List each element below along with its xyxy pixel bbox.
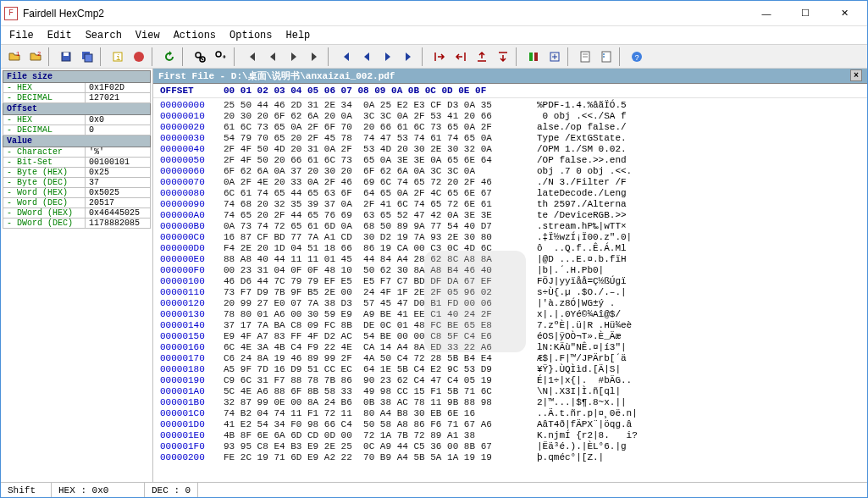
prop-value: 0x25	[86, 168, 151, 178]
nav-prev-button[interactable]	[263, 47, 283, 66]
file-header: First File - D:\桌面\说明书\anxaizai_002.pdf	[158, 69, 395, 82]
prop-label: - DWord (HEX)	[3, 208, 86, 219]
nav-first-button[interactable]	[241, 47, 262, 66]
svg-rect-13	[529, 53, 533, 61]
hex-row[interactable]: 000001606C 4E 3A 4B C4 F9 22 4E CA 14 A4…	[160, 342, 860, 353]
bookmark-set-button[interactable]	[523, 47, 544, 66]
prop-label: - DECIMAL	[3, 93, 86, 103]
list-button[interactable]	[596, 47, 616, 66]
hex-row[interactable]: 0000012020 99 27 E0 07 7A 38 D3 57 45 47…	[160, 298, 860, 309]
maximize-button[interactable]: ☐	[786, 2, 825, 25]
hex-row[interactable]: 0000013078 80 01 A6 00 30 59 E9 A9 BE 41…	[160, 309, 860, 320]
find-button[interactable]	[190, 47, 210, 66]
section-header: Offset	[3, 103, 151, 115]
hex-row[interactable]: 000000806C 61 74 65 44 65 63 6F 64 65 0A…	[160, 188, 860, 199]
hex-row[interactable]: 00000190C9 6C 31 F7 88 78 7B 86 90 23 62…	[160, 375, 860, 386]
hex-row[interactable]: 00000170C6 24 8A 19 46 89 99 2F 4A 50 C4…	[160, 353, 860, 364]
hex-row[interactable]: 00000180A5 9F 7D 16 D9 51 CC EC 64 1E 5B…	[160, 364, 860, 375]
hex-row[interactable]: 000001D041 E2 54 34 F0 98 66 C4 50 58 A8…	[160, 419, 860, 430]
prop-label: - DWord (DEC)	[3, 219, 86, 229]
hex-row[interactable]: 00000150E9 4F A7 83 FF 4F D2 AC 54 BE 00…	[160, 331, 860, 342]
svg-text:?: ?	[635, 54, 639, 63]
hex-row[interactable]: 0000003054 79 70 65 20 2F 45 78 74 47 53…	[160, 133, 860, 144]
hex-row[interactable]: 000000502F 4F 50 20 66 61 6C 73 65 0A 3E…	[160, 155, 860, 166]
save-button[interactable]	[56, 47, 76, 66]
sync-next-button[interactable]	[451, 47, 471, 66]
hex-row[interactable]: 000001A05C 4E A6 88 6F 8B 58 33 49 98 CC…	[160, 386, 860, 397]
menubar: FileEditSearchViewActionsOptionsHelp	[1, 26, 867, 45]
hex-row[interactable]: 000000B00A 73 74 72 65 61 6D 0A 68 50 89…	[160, 221, 860, 232]
hex-row[interactable]: 00000200FE 2C 19 71 6D E9 A2 22 70 B9 A4…	[160, 452, 860, 463]
menu-view[interactable]: View	[129, 30, 167, 42]
svg-rect-3	[64, 53, 69, 56]
sidebar: File size- HEX0x1F02D- DECIMAL127021Offs…	[1, 69, 153, 482]
info-button[interactable]: i	[108, 47, 128, 66]
hex-row[interactable]: 000000F000 23 31 04 0F 0F 48 10 50 62 30…	[160, 265, 860, 276]
close-button[interactable]: ✕	[825, 2, 864, 25]
statusbar: Shift HEX : 0x0 DEC : 0	[1, 482, 867, 497]
svg-text:1: 1	[16, 51, 19, 58]
file-close-button[interactable]: ×	[850, 69, 862, 81]
menu-search[interactable]: Search	[79, 30, 129, 42]
svg-point-20	[603, 53, 605, 55]
hex-row[interactable]: 000000606F 62 6A 0A 37 20 30 20 6F 62 6A…	[160, 166, 860, 177]
ins-last-button[interactable]	[399, 47, 419, 66]
open-file2-button[interactable]: 2	[25, 47, 46, 66]
minimize-button[interactable]: —	[747, 2, 786, 25]
nav-next-button[interactable]	[284, 47, 304, 66]
save-all-button[interactable]	[77, 47, 97, 66]
ins-next-button[interactable]	[378, 47, 398, 66]
hex-row[interactable]: 0000002061 6C 73 65 0A 2F 6F 70 20 66 61…	[160, 122, 860, 133]
prop-label: - Word (DEC)	[3, 198, 86, 208]
hex-header: OFFSET 00 01 02 03 04 05 06 07 08 09 0A …	[153, 84, 867, 98]
hex-row[interactable]: 000000402F 4F 50 4D 20 31 0A 2F 53 4D 20…	[160, 144, 860, 155]
ins-prev-button[interactable]	[357, 47, 377, 66]
find-next-button[interactable]	[211, 47, 231, 66]
menu-options[interactable]: Options	[223, 30, 279, 42]
menu-file[interactable]: File	[3, 30, 41, 42]
menu-actions[interactable]: Actions	[167, 30, 223, 42]
hex-row[interactable]: 0000010046 D6 44 7C 79 79 EF E5 E5 F7 C7…	[160, 276, 860, 287]
hex-row[interactable]: 0000014037 17 7A BA C8 09 FC 8B DE 0C 01…	[160, 320, 860, 331]
hex-body[interactable]: 0000000025 50 44 46 2D 31 2E 34 0A 25 E2…	[153, 98, 867, 482]
prop-label: - Byte (HEX)	[3, 168, 86, 178]
bookmark-go-button[interactable]	[545, 47, 565, 66]
sync-down-button[interactable]	[493, 47, 513, 66]
hex-row[interactable]: 000001F093 95 C8 E4 B3 E9 2E 25 0C A9 44…	[160, 441, 860, 452]
ins-first-button[interactable]	[335, 47, 356, 66]
status-shift: Shift	[1, 483, 52, 497]
sync-up-button[interactable]	[472, 47, 492, 66]
prop-label: - HEX	[3, 83, 86, 93]
hex-row[interactable]: 0000009074 68 20 32 35 39 37 0A 2F 41 6C…	[160, 199, 860, 210]
menu-help[interactable]: Help	[279, 30, 318, 42]
hex-row[interactable]: 0000011073 F7 D9 7B 9F B5 2E 00 24 4F 1F…	[160, 287, 860, 298]
hex-row[interactable]: 000000E088 A8 40 44 11 11 01 45 44 84 A4…	[160, 254, 860, 265]
hex-row[interactable]: 000001C074 B2 04 74 11 F1 72 11 80 A4 B8…	[160, 408, 860, 419]
hex-row[interactable]: 000000C016 87 CF BD 77 7A A1 CD 30 D2 19…	[160, 232, 860, 243]
hex-row[interactable]: 000000700A 2F 4E 20 33 0A 2F 46 69 6C 74…	[160, 177, 860, 188]
refresh-button[interactable]	[159, 47, 180, 66]
hex-row[interactable]: 000000A074 65 20 2F 44 65 76 69 63 65 52…	[160, 210, 860, 221]
menu-edit[interactable]: Edit	[41, 30, 79, 42]
sync-prev-button[interactable]	[429, 47, 450, 66]
report-button[interactable]	[575, 47, 595, 66]
prop-value: 00100101	[86, 158, 151, 168]
prop-value: 1178882085	[86, 219, 151, 229]
prop-value: 37	[86, 178, 151, 188]
hex-row[interactable]: 000000D0F4 2E 20 1D 04 51 18 66 86 19 CA…	[160, 243, 860, 254]
hex-row[interactable]: 0000000025 50 44 46 2D 31 2E 34 0A 25 E2…	[160, 100, 860, 111]
toolbar: 1 2 i ?	[1, 45, 867, 69]
hex-row[interactable]: 000001E04B 8F 6E 6A 6D CD 0D 00 72 1A 7B…	[160, 430, 860, 441]
svg-point-21	[603, 56, 605, 58]
stop-button[interactable]	[129, 47, 149, 66]
help-button[interactable]: ?	[627, 47, 647, 66]
window-title: Fairdell HexCmp2	[23, 8, 747, 19]
nav-last-button[interactable]	[305, 47, 325, 66]
prop-label: - DECIMAL	[3, 125, 86, 136]
open-file1-button[interactable]: 1	[4, 47, 25, 66]
prop-value: 127021	[86, 93, 151, 103]
section-header: Value	[3, 136, 151, 147]
hex-row[interactable]: 0000001020 30 20 6F 62 6A 20 0A 3C 3C 0A…	[160, 111, 860, 122]
prop-value: '%'	[86, 147, 151, 158]
hex-row[interactable]: 000001B032 87 99 0E 00 8A 24 B6 0B 38 AC…	[160, 397, 860, 408]
